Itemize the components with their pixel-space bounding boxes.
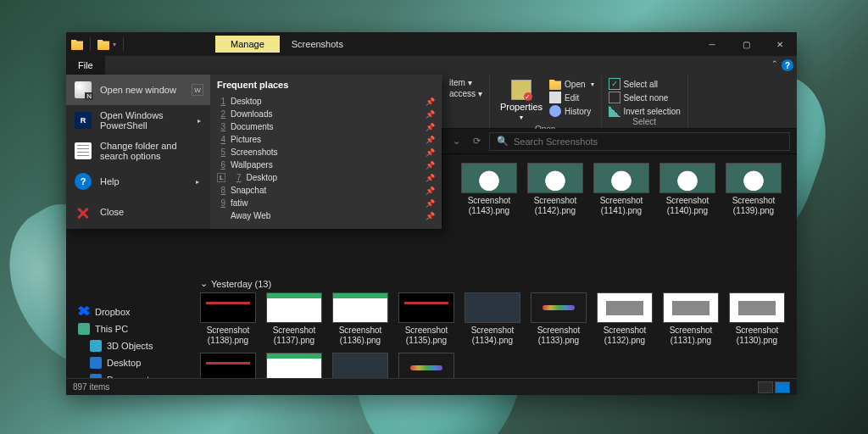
file-thumbnail[interactable]: Screenshot (1134).png	[465, 292, 520, 346]
file-thumbnail[interactable]: Screenshot (1126).png	[398, 353, 454, 378]
help-icon: ?	[75, 173, 92, 190]
refresh-icon[interactable]: ⟳	[469, 134, 484, 149]
status-item-count: 897 items	[73, 382, 109, 392]
file-thumbnail[interactable]: Screenshot (1137).png	[266, 292, 322, 346]
file-thumbnail[interactable]: Screenshot (1132).png	[597, 292, 653, 346]
pin-icon[interactable]: 📌	[426, 199, 435, 208]
file-thumbnail[interactable]: Screenshot (1136).png	[332, 292, 388, 346]
new-item-dropdown[interactable]: item ▾	[449, 78, 482, 87]
file-thumbnail[interactable]: Screenshot (1139).png	[726, 163, 782, 216]
frequent-place-item[interactable]: 3Documents📌	[217, 120, 435, 133]
thumbnail-label: Screenshot (1141).png	[593, 196, 649, 216]
contextual-tab-manage[interactable]: Manage	[215, 36, 280, 53]
sidebar-item-this-pc[interactable]: This PC	[66, 320, 192, 337]
frequent-places-panel: Frequent places 1Desktop📌2Downloads📌3Doc…	[210, 75, 442, 229]
sidebar-item-documents[interactable]: Documents	[66, 371, 192, 378]
frequent-index: 1	[217, 97, 225, 106]
select-all-button[interactable]: Select all	[609, 78, 681, 90]
sidebar-item-desktop[interactable]: Desktop	[66, 354, 192, 371]
file-menu-tab[interactable]: File	[66, 56, 105, 75]
qat-folder-icon[interactable]	[97, 38, 109, 50]
file-menu-open-new-window[interactable]: Open new window W	[66, 75, 210, 105]
pin-icon[interactable]: 📌	[426, 174, 435, 182]
frequent-index: 3	[217, 122, 225, 131]
invert-selection-icon	[609, 105, 620, 117]
frequent-place-item[interactable]: 4Pictures📌	[217, 133, 435, 146]
file-menu-open-powershell[interactable]: R Open Windows PowerShell ▸	[66, 105, 210, 136]
pin-icon[interactable]: 📌	[426, 136, 435, 144]
group-header-yesterday[interactable]: ⌄Yesterday (13)	[200, 273, 788, 292]
edit-button[interactable]: Edit	[549, 92, 593, 103]
file-thumbnail[interactable]: Screenshot (1129).png	[200, 353, 256, 378]
properties-button[interactable]: Properties ▾	[497, 76, 546, 125]
file-thumbnail[interactable]: Screenshot (1138).png	[200, 292, 256, 346]
select-none-button[interactable]: Select none	[609, 92, 681, 103]
invert-selection-button[interactable]: Invert selection	[609, 105, 681, 117]
nav-dropdown-icon[interactable]: ⌄	[448, 134, 464, 149]
file-thumbnail[interactable]: Screenshot (1141).png	[593, 163, 649, 216]
frequent-place-item[interactable]: 6Wallpapers📌	[217, 159, 435, 171]
file-thumbnail[interactable]: Screenshot (1143).png	[461, 163, 517, 216]
open-button[interactable]: Open▾	[549, 78, 593, 90]
frequent-index: 6	[217, 160, 225, 170]
frequent-label: Snapchat	[231, 186, 266, 195]
pin-icon[interactable]: 📌	[426, 148, 435, 157]
maximize-button[interactable]: ▢	[729, 32, 763, 56]
frequent-index: 7	[232, 173, 241, 182]
pin-icon[interactable]: 📌	[426, 123, 435, 131]
sidebar-item-dropbox[interactable]: Dropbox	[66, 303, 192, 320]
pin-icon[interactable]: 📌	[426, 110, 435, 119]
qat-dropdown-icon[interactable]: ▾	[113, 41, 116, 48]
search-input[interactable]	[514, 136, 782, 147]
thumbnails-view-button[interactable]	[775, 381, 790, 393]
frequent-place-item[interactable]: 8Snapchat📌	[217, 184, 435, 197]
ribbon-group-select: Select	[609, 117, 681, 128]
pin-icon[interactable]: 📌	[426, 97, 435, 106]
file-thumbnail[interactable]: Screenshot (1140).png	[659, 163, 715, 216]
help-icon[interactable]: ?	[782, 59, 793, 71]
frequent-label: fatiw	[231, 198, 248, 208]
thumbnail-image	[266, 353, 322, 378]
pin-icon[interactable]: 📌	[426, 161, 435, 170]
thumbnail-image	[593, 163, 649, 193]
titlebar[interactable]: ▾ Manage Screenshots ─ ▢ ✕	[66, 32, 797, 56]
thumbnail-label: Screenshot (1135).png	[398, 326, 454, 346]
powershell-icon: R	[75, 112, 92, 129]
frequent-place-item[interactable]: 2Downloads📌	[217, 108, 435, 120]
frequent-place-item[interactable]: 9fatiw📌	[217, 197, 435, 209]
sidebar-item-3d-objects[interactable]: 3D Objects	[66, 337, 192, 354]
thumbnail-image	[659, 163, 715, 193]
file-thumbnail[interactable]: Screenshot (1130).png	[729, 292, 785, 346]
frequent-place-item[interactable]: Away Web📌	[217, 209, 435, 222]
pin-icon[interactable]: 📌	[426, 186, 435, 195]
minimize-button[interactable]: ─	[695, 32, 729, 56]
details-view-button[interactable]	[758, 381, 773, 393]
frequent-index: 2	[217, 109, 225, 119]
file-menu-help[interactable]: ? Help ▸	[66, 166, 210, 197]
pin-icon[interactable]: 📌	[426, 212, 435, 220]
history-button[interactable]: History	[549, 105, 593, 117]
file-thumbnail[interactable]: Screenshot (1128).png	[266, 353, 322, 378]
easy-access-dropdown[interactable]: access ▾	[449, 89, 482, 98]
collapse-ribbon-icon[interactable]: ⌃	[771, 59, 778, 68]
file-menu-change-options[interactable]: Change folder and search options	[66, 136, 210, 166]
frequent-places-header: Frequent places	[217, 80, 435, 95]
file-thumbnail[interactable]: Screenshot (1133).png	[531, 292, 587, 346]
frequent-place-item[interactable]: 5Screenshots📌	[217, 146, 435, 159]
search-box[interactable]: 🔍	[489, 132, 790, 151]
close-button[interactable]: ✕	[763, 32, 797, 56]
3d-icon	[90, 340, 102, 352]
file-thumbnail[interactable]: Screenshot (1131).png	[663, 292, 719, 346]
chevron-down-icon: ⌄	[200, 278, 208, 289]
select-all-icon	[609, 78, 620, 90]
frequent-place-item[interactable]: 1Desktop📌	[217, 95, 435, 108]
file-thumbnail[interactable]: Screenshot (1142).png	[527, 163, 583, 216]
file-thumbnail[interactable]: Screenshot (1135).png	[398, 292, 454, 346]
frequent-place-item[interactable]: L7Desktop📌	[217, 171, 435, 184]
thumbnail-image	[332, 353, 388, 378]
thumbnail-label: Screenshot (1133).png	[531, 326, 587, 346]
frequent-label: Desktop	[246, 173, 277, 182]
frequent-index: 5	[217, 147, 225, 157]
file-menu-close[interactable]: Close	[66, 197, 210, 227]
file-thumbnail[interactable]: Screenshot (1127).png	[332, 353, 388, 378]
